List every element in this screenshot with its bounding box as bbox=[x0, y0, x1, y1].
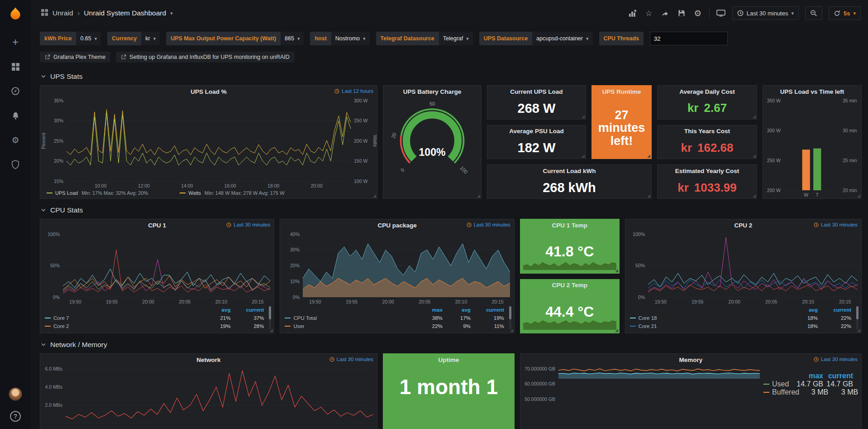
alerting-bell-icon[interactable] bbox=[10, 110, 21, 121]
panel-title[interactable]: UPS Load vs Time left bbox=[780, 88, 844, 95]
variable-telegraf-datasource[interactable]: Telegraf Datasource Telegraf bbox=[376, 32, 473, 45]
apps-grid-icon bbox=[41, 9, 48, 18]
variable-currency[interactable]: Currency kr bbox=[107, 32, 160, 45]
panel-title[interactable]: CPU package bbox=[377, 222, 416, 229]
create-icon[interactable] bbox=[10, 36, 21, 48]
legend-series-toggle[interactable]: Core 2 bbox=[45, 323, 200, 329]
star-dashboard-button[interactable] bbox=[644, 7, 654, 19]
panel-title[interactable]: CPU 2 Temp bbox=[552, 282, 587, 289]
legend-sort-avg[interactable]: avg bbox=[202, 307, 230, 313]
svg-text:19:55: 19:55 bbox=[106, 299, 118, 304]
memory-chart[interactable]: 70.000000 GB60.000000 GB50.000000 GB bbox=[520, 366, 763, 416]
save-dashboard-button[interactable] bbox=[677, 7, 687, 19]
svg-text:100%: 100% bbox=[633, 231, 645, 237]
panel-time-override: Last 30 minutes bbox=[467, 222, 510, 227]
section-ups-stats[interactable]: UPS Stats bbox=[41, 72, 862, 81]
svg-text:19:55: 19:55 bbox=[346, 299, 358, 304]
legend-sort-current[interactable]: current bbox=[825, 372, 853, 380]
legend-item-watts[interactable]: Watts Min: 148 W Max: 278 W Avg: 175 W bbox=[180, 190, 284, 196]
link-grafana-plex-theme[interactable]: Grafana Plex Theme bbox=[40, 52, 110, 63]
panel-title[interactable]: Average PSU Load bbox=[509, 128, 563, 135]
dashboards-icon[interactable] bbox=[10, 61, 21, 72]
dashboard-settings-button[interactable] bbox=[693, 7, 703, 19]
legend-series-toggle[interactable]: User bbox=[285, 323, 414, 329]
cpu1-chart[interactable]: 100%50%0%19:5019:5520:0020:0520:1020:15 bbox=[40, 231, 274, 305]
panel-title[interactable]: UPS Load % bbox=[191, 88, 227, 95]
ups-load-vs-time-chart[interactable]: 350 W35 min300 W30 min250 W25 min200 W20… bbox=[763, 97, 861, 198]
variable-host[interactable]: host Nostromo bbox=[310, 32, 369, 45]
cpu-temp-column: CPU 1 Temp 41.8 °C CPU 2 Temp 44.4 °C bbox=[520, 219, 620, 333]
legend-series-toggle[interactable]: Buffered bbox=[763, 388, 799, 396]
cpu-threads-input[interactable] bbox=[650, 32, 728, 45]
clock-icon bbox=[329, 357, 334, 362]
section-network-memory[interactable]: Network / Memory bbox=[41, 341, 862, 349]
panel-title[interactable]: UPS Runtime bbox=[602, 88, 641, 95]
legend-sort-current[interactable]: current bbox=[472, 307, 504, 313]
cpu2-chart[interactable]: 100%50%0%19:5019:5520:0020:0520:1020:15 bbox=[625, 231, 861, 305]
legend-sort-max[interactable]: max bbox=[416, 307, 443, 313]
title-caret-icon[interactable] bbox=[170, 10, 173, 16]
svg-text:20:15: 20:15 bbox=[252, 299, 263, 304]
panel-title[interactable]: CPU 2 bbox=[734, 222, 752, 229]
legend-scrollbar[interactable] bbox=[856, 306, 858, 330]
stat-value: 27 minutes left! bbox=[592, 97, 651, 159]
time-picker-button[interactable]: Last 30 minutes bbox=[732, 6, 799, 20]
variable-ups-max-power[interactable]: UPS Max Output Power Capacity (Watt) 865 bbox=[166, 32, 304, 45]
svg-text:25%: 25% bbox=[54, 138, 63, 144]
variable-kwh-price[interactable]: kWh Price 0.65 bbox=[40, 32, 101, 45]
user-avatar[interactable] bbox=[9, 387, 22, 401]
breadcrumb-separator: › bbox=[77, 9, 80, 18]
panel-title[interactable]: CPU 1 Temp bbox=[552, 222, 587, 229]
dashboard-title[interactable]: Unraid System Dashboard bbox=[84, 9, 166, 17]
panel-title[interactable]: UPS Battery Charge bbox=[403, 88, 461, 95]
legend-color-swatch bbox=[285, 326, 291, 327]
server-admin-shield-icon[interactable] bbox=[10, 159, 21, 170]
panel-title[interactable]: Uptime bbox=[438, 357, 459, 363]
ups-load-chart[interactable]: 35%300 W30%250 W25%200 W20%150 W15%100 W… bbox=[40, 97, 377, 189]
explore-icon[interactable] bbox=[10, 85, 21, 97]
network-chart[interactable]: 6.0 MBs4.0 MBs2.0 MBs bbox=[40, 366, 377, 425]
svg-text:18:00: 18:00 bbox=[267, 183, 279, 188]
svg-text:10:00: 10:00 bbox=[95, 183, 106, 188]
legend-row: Used 14.7 GB 14.7 GB bbox=[763, 380, 853, 388]
panel-title[interactable]: Memory bbox=[679, 357, 702, 363]
svg-text:20 min: 20 min bbox=[843, 188, 857, 193]
grafana-logo[interactable] bbox=[8, 6, 23, 24]
link-ups-monitoring-guide[interactable]: Setting up Grafana and InfluxDB for UPS … bbox=[116, 52, 295, 63]
section-cpu-stats[interactable]: CPU Stats bbox=[41, 206, 862, 214]
share-dashboard-button[interactable] bbox=[660, 7, 670, 19]
legend-sort-current[interactable]: current bbox=[232, 307, 264, 313]
panel-title[interactable]: Estimated Yearly Cost bbox=[675, 168, 739, 174]
legend-series-toggle[interactable]: Core 7 bbox=[45, 315, 200, 321]
legend-sort-avg[interactable]: avg bbox=[790, 307, 818, 313]
variable-value: 865 bbox=[285, 32, 294, 45]
panel-title[interactable]: CPU 1 bbox=[148, 222, 166, 229]
breadcrumb-folder[interactable]: Unraid bbox=[52, 9, 73, 17]
legend-series-toggle[interactable]: Core 18 bbox=[630, 315, 788, 321]
legend-series-toggle[interactable]: Used bbox=[763, 380, 794, 388]
legend-scrollbar[interactable] bbox=[269, 306, 271, 330]
legend-sort-max[interactable]: max bbox=[796, 372, 823, 380]
panel-title[interactable]: This Years Cost bbox=[684, 128, 730, 135]
svg-text:20:15: 20:15 bbox=[492, 299, 504, 304]
panel-title[interactable]: Current UPS Load bbox=[510, 88, 563, 95]
panel-title[interactable]: Current Load kWh bbox=[543, 168, 596, 174]
zoom-out-button[interactable] bbox=[805, 6, 822, 20]
svg-text:20%: 20% bbox=[290, 263, 300, 268]
legend-scrollbar[interactable] bbox=[509, 306, 511, 330]
panel-title[interactable]: Network bbox=[196, 357, 220, 363]
help-icon[interactable]: ? bbox=[10, 411, 21, 422]
legend-item-ups-load[interactable]: UPS Load Min: 17% Max: 32% Avg: 20% bbox=[47, 190, 148, 196]
section-title: UPS Stats bbox=[50, 72, 83, 81]
configuration-gear-icon[interactable] bbox=[10, 134, 21, 146]
refresh-button[interactable]: 5s bbox=[829, 6, 861, 20]
variable-ups-datasource[interactable]: UPS Datasource apcupsd-container bbox=[479, 32, 593, 45]
legend-series-toggle[interactable]: Core 21 bbox=[630, 323, 788, 329]
tv-kiosk-button[interactable] bbox=[716, 7, 726, 19]
cpu-package-chart[interactable]: 40%30%20%10%0%19:5019:5520:0020:0520:102… bbox=[280, 231, 514, 305]
legend-sort-current[interactable]: current bbox=[820, 307, 851, 313]
legend-sort-avg[interactable]: avg bbox=[444, 307, 471, 313]
panel-title[interactable]: Average Daily Cost bbox=[679, 88, 735, 95]
legend-series-toggle[interactable]: CPU Total bbox=[285, 315, 414, 321]
add-panel-button[interactable] bbox=[628, 7, 638, 19]
